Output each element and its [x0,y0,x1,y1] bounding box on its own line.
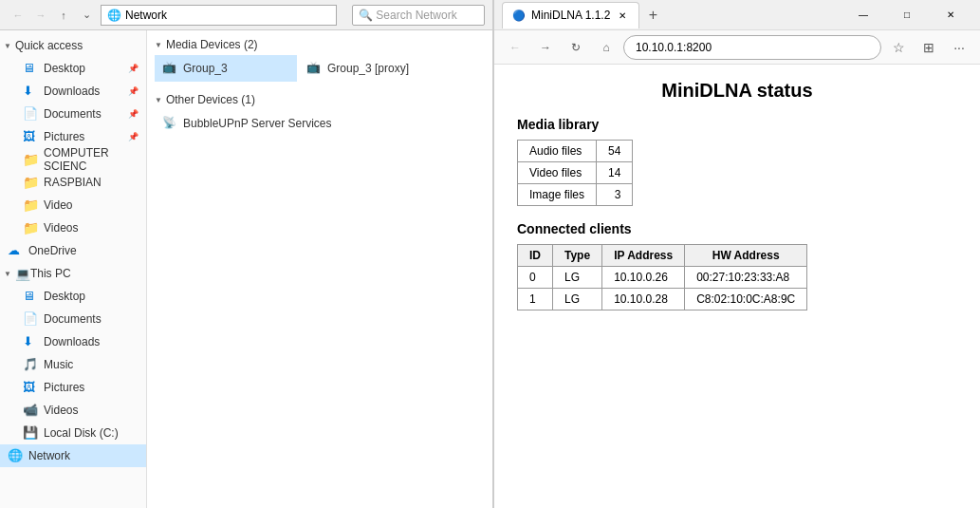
folder-icon-video: 📁 [23,198,38,213]
group3-label: Group_3 [183,62,228,75]
col-hw: HW Address [685,245,807,267]
pin-icon: 📌 [128,64,139,73]
col-ip: IP Address [602,245,685,267]
back-button[interactable]: ← [8,5,28,26]
connected-clients-heading: Connected clients [517,221,957,236]
browser-refresh-button[interactable]: ↻ [563,34,589,61]
sidebar-item-local-disk[interactable]: 💾 Local Disk (C:) [15,422,146,444]
browser-tab[interactable]: 🔵 MiniDLNA 1.1.2 ✕ [502,2,639,28]
sidebar-this-pc[interactable]: ▼ 💻 This PC [0,262,146,285]
sidebar-item-pc-documents-label: Documents [44,312,102,326]
explorer-title-bar: ← → ↑ ⌄ 🌐 Network 🔍 Search Network [0,0,492,30]
sidebar-item-pc-videos[interactable]: 📹 Videos [15,399,146,422]
bubble-icon: 📡 [162,116,177,131]
sidebar-item-video[interactable]: 📁 Video [15,194,146,216]
list-item-proxy[interactable]: 📺 Group_3 [proxy] [299,55,441,82]
tab-close-button[interactable]: ✕ [616,9,629,22]
quick-access-items: 🖥 Desktop 📌 ⬇ Downloads 📌 📄 Documents 📌 … [0,57,146,239]
browser-menu-button[interactable]: ··· [946,34,972,61]
sidebar-item-onedrive[interactable]: ☁ OneDrive [0,239,146,262]
group3-proxy-label: Group_3 [proxy] [327,62,409,75]
thispc-icon: 💻 [15,267,30,281]
sidebar-item-raspbian-label: RASPBIAN [44,176,102,189]
sidebar-item-desktop-label: Desktop [44,62,85,75]
tab-favicon: 🔵 [512,9,526,22]
pictures-icon: 🖼 [23,129,38,144]
table-row: 0 LG 10.10.0.26 00:27:10:23:33:A8 [518,267,807,289]
sidebar-item-network[interactable]: 🌐 Network [0,444,146,467]
sidebar-quick-access[interactable]: ▼ Quick access [0,34,146,57]
sidebar-item-videos-label: Videos [44,221,78,235]
browser-window: 🔵 MiniDLNA 1.1.2 ✕ + — □ ✕ ← → ↻ ⌂ 10.10… [493,0,980,508]
address-bar[interactable]: 🌐 Network [101,5,337,26]
sidebar-item-pc-downloads[interactable]: ⬇ Downloads [15,330,146,353]
sidebar-item-network-label: Network [28,449,70,462]
pc-docs-icon: 📄 [23,311,38,327]
sidebar-item-local-disk-label: Local Disk (C:) [44,426,119,440]
sidebar-item-pc-desktop[interactable]: 🖥 Desktop [15,285,146,308]
other-devices-list: 📡 BubbleUPnP Server Services [155,110,485,137]
other-devices-header[interactable]: ▼ Other Devices (1) [155,93,485,106]
media-library-heading: Media library [517,117,957,132]
browser-title-bar: 🔵 MiniDLNA 1.1.2 ✕ + — □ ✕ [494,0,980,30]
chevron-pc-icon: ▼ [4,270,11,278]
client1-ip: 10.10.0.28 [602,289,685,310]
sidebar-item-downloads[interactable]: ⬇ Downloads 📌 [15,80,146,103]
col-type: Type [553,245,602,267]
sidebar-item-pc-pictures[interactable]: 🖼 Pictures [15,376,146,399]
browser-back-button[interactable]: ← [502,34,528,61]
sidebar-item-compsc[interactable]: 📁 COMPUTER SCIENC [15,148,146,171]
up-button[interactable]: ↑ [53,5,74,26]
sidebar-item-downloads-label: Downloads [44,85,100,98]
table-row: Video files 14 [518,162,633,184]
sidebar-item-documents[interactable]: 📄 Documents 📌 [15,103,146,125]
hub-button[interactable]: ⊞ [915,34,942,61]
sidebar-item-pc-downloads-label: Downloads [44,335,100,348]
media-library-table: Audio files 54 Video files 14 Image file… [517,140,633,206]
pc-pics-icon: 🖼 [23,380,38,395]
sidebar-item-compsc-label: COMPUTER SCIENC [44,146,139,173]
client1-type: LG [553,289,602,310]
favorites-button[interactable]: ☆ [885,34,912,61]
media-devices-header[interactable]: ▼ Media Devices (2) [155,38,485,51]
new-tab-button[interactable]: + [639,2,666,28]
sidebar-item-pc-music[interactable]: 🎵 Music [15,353,146,376]
downloads-icon: ⬇ [23,84,38,99]
network-icon: 🌐 [8,448,23,463]
bubble-label: BubbleUPnP Server Services [183,117,332,130]
client0-ip: 10.10.0.26 [602,267,685,289]
tab-title: MiniDLNA 1.1.2 [531,9,610,22]
sidebar-item-pictures-label: Pictures [44,130,84,143]
list-item-bubble[interactable]: 📡 BubbleUPnP Server Services [155,110,340,137]
client0-id: 0 [518,267,553,289]
other-devices-label: Other Devices (1) [166,93,255,106]
chevron-icon: ▼ [4,42,11,50]
audio-value: 54 [597,141,633,162]
browser-home-button[interactable]: ⌂ [593,34,619,61]
close-button[interactable]: ✕ [929,0,972,30]
sidebar-item-pictures[interactable]: 🖼 Pictures 📌 [15,125,146,148]
documents-icon: 📄 [23,106,38,122]
video-value: 14 [597,162,633,184]
url-bar[interactable]: 10.10.0.1:8200 [623,35,881,60]
sidebar-item-pc-documents[interactable]: 📄 Documents [15,308,146,330]
browser-forward-button[interactable]: → [532,34,559,61]
list-item[interactable]: 📺 Group_3 [155,55,297,82]
sidebar-this-pc-label: This PC [30,267,71,280]
explorer-main: ▼ Quick access 🖥 Desktop 📌 ⬇ Downloads 📌… [0,30,492,508]
sidebar-item-raspbian[interactable]: 📁 RASPBIAN [15,171,146,194]
search-input[interactable]: 🔍 Search Network [352,5,485,26]
address-icon: 🌐 [107,9,121,22]
sidebar-item-desktop[interactable]: 🖥 Desktop 📌 [15,57,146,80]
forward-button[interactable]: → [30,5,51,26]
onedrive-icon: ☁ [8,243,23,258]
pc-videos-icon: 📹 [23,403,38,418]
sidebar-item-documents-label: Documents [44,107,102,121]
address-text: Network [125,9,167,22]
maximize-button[interactable]: □ [885,0,929,30]
minimize-button[interactable]: — [841,0,885,30]
sidebar-item-videos[interactable]: 📁 Videos [15,216,146,239]
image-value: 3 [597,184,633,206]
pc-desktop-icon: 🖥 [23,289,38,304]
recent-button[interactable]: ⌄ [76,5,97,26]
